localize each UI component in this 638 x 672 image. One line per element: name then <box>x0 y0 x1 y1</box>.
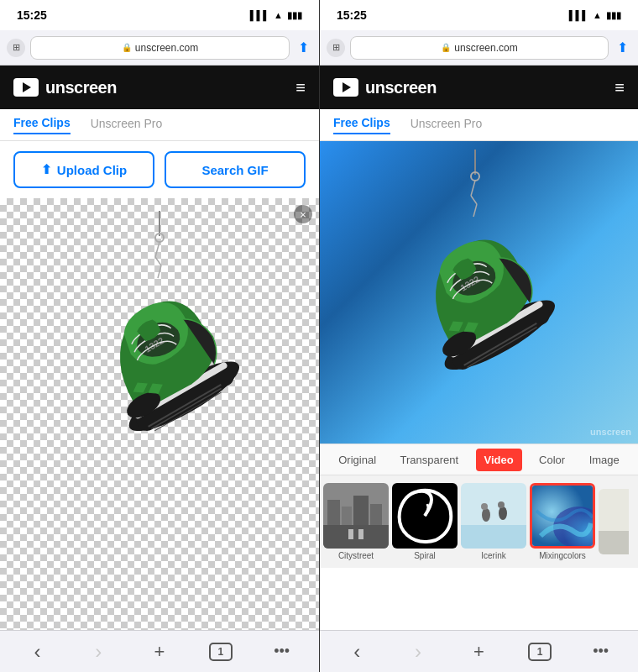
tab-unscreen-pro-left[interactable]: Unscreen Pro <box>91 117 163 134</box>
back-icon-left: ‹ <box>34 640 40 664</box>
svg-rect-31 <box>348 529 353 539</box>
logo-area-right: unscreen <box>333 78 437 97</box>
action-row-left: ⬆ Upload Clip Search GIF <box>0 141 319 198</box>
lock-icon-left: 🔒 <box>122 43 132 52</box>
back-btn-right[interactable]: ‹ <box>342 637 372 667</box>
battery-icon: ▮▮▮ <box>287 10 302 21</box>
output-tab-transparent[interactable]: Transparent <box>393 450 465 470</box>
output-tab-video[interactable]: Video <box>476 449 522 471</box>
search-gif-label: Search GIF <box>201 163 268 177</box>
thumb-partial-img <box>599 489 629 554</box>
output-tab-image[interactable]: Image <box>583 450 626 470</box>
url-bar-left[interactable]: 🔒 unscreen.com <box>30 36 290 60</box>
tab-free-clips-right[interactable]: Free Clips <box>333 116 390 134</box>
thumbnail-strip: Citystreet Spiral <box>320 475 638 568</box>
thumb-icerink-label: Icerink <box>481 551 505 560</box>
thumb-mixingcolors[interactable]: Mixingcolors <box>530 483 595 560</box>
back-btn-left[interactable]: ‹ <box>22 637 52 667</box>
output-tab-original[interactable]: Original <box>332 450 383 470</box>
app-header-right: unscreen ≡ <box>320 66 638 109</box>
tabs-icon-right[interactable]: ⊞ <box>327 39 345 57</box>
forward-icon-left: › <box>95 640 102 664</box>
tab-unscreen-pro-right[interactable]: Unscreen Pro <box>411 117 483 134</box>
share-btn-right[interactable]: ⬆ <box>614 39 631 55</box>
close-button[interactable]: × <box>294 205 312 223</box>
nav-tabs-left: Free Clips Unscreen Pro <box>0 109 319 141</box>
svg-point-39 <box>498 501 505 508</box>
tabs-icon-left[interactable]: ⊞ <box>7 39 25 57</box>
wifi-icon: ▲ <box>274 10 283 20</box>
back-icon-right: ‹ <box>353 640 360 664</box>
add-tab-btn-left[interactable]: + <box>144 637 175 667</box>
thumb-partial[interactable] <box>599 489 629 554</box>
thumb-spiral[interactable]: Spiral <box>392 483 458 560</box>
tab-free-clips-left[interactable]: Free Clips <box>13 116 71 134</box>
add-icon-right: + <box>473 641 484 663</box>
play-icon-right <box>343 82 351 92</box>
shoe-image-right: 1322 <box>366 150 593 418</box>
logo-icon-right <box>333 78 358 97</box>
svg-line-17 <box>473 204 477 217</box>
tabs-count-btn-left[interactable]: 1 <box>206 637 236 667</box>
share-btn-left[interactable]: ⬆ <box>295 39 312 55</box>
svg-rect-35 <box>461 525 526 549</box>
browser-arrows-right: ⊞ <box>327 39 345 57</box>
signal-icon-right: ▌▌▌ <box>569 10 588 20</box>
logo-icon-left <box>13 78 39 97</box>
url-text-right: unscreen.com <box>454 42 517 54</box>
browser-bar-left: ⊞ 🔒 unscreen.com ⬆ <box>0 30 319 66</box>
app-header-left: unscreen ≡ <box>0 66 319 109</box>
hamburger-menu-right[interactable]: ≡ <box>614 78 625 97</box>
status-time-right: 15:25 <box>337 8 367 22</box>
upload-label: Upload Clip <box>57 163 127 177</box>
url-text-left: unscreen.com <box>135 42 198 54</box>
thumb-icerink[interactable]: Icerink <box>461 483 526 560</box>
search-gif-button[interactable]: Search GIF <box>165 151 306 188</box>
thumb-spiral-label: Spiral <box>414 551 436 560</box>
thumb-spiral-img <box>392 483 458 549</box>
svg-rect-27 <box>327 500 340 525</box>
left-phone-panel: 15:25 ▌▌▌ ▲ ▮▮▮ ⊞ 🔒 unscreen.com ⬆ unscr… <box>0 0 319 672</box>
svg-rect-26 <box>323 525 389 549</box>
forward-btn-right[interactable]: › <box>403 637 433 667</box>
upload-icon: ⬆ <box>41 162 52 177</box>
thumb-mixingcolors-img <box>530 483 595 549</box>
tab-count-left: 1 <box>209 643 233 661</box>
thumb-icerink-img <box>461 483 526 549</box>
url-bar-right[interactable]: 🔒 unscreen.com <box>350 36 609 60</box>
add-tab-btn-right[interactable]: + <box>463 637 494 667</box>
add-icon-left: + <box>154 641 165 663</box>
output-tabs: Original Transparent Video Color Image <box>320 444 638 475</box>
forward-btn-left[interactable]: › <box>83 637 113 667</box>
status-icons-left: ▌▌▌ ▲ ▮▮▮ <box>250 10 302 21</box>
wifi-icon-right: ▲ <box>593 10 602 20</box>
content-area-left: × <box>0 198 319 630</box>
svg-point-38 <box>499 507 507 520</box>
svg-line-2 <box>155 242 160 257</box>
status-icons-right: ▌▌▌ ▲ ▮▮▮ <box>569 10 621 21</box>
more-btn-right[interactable]: ••• <box>586 637 616 667</box>
thumb-citystreet[interactable]: Citystreet <box>323 483 389 560</box>
browser-arrows-left: ⊞ <box>7 39 25 57</box>
more-btn-left[interactable]: ••• <box>267 637 297 667</box>
svg-rect-30 <box>370 504 382 525</box>
logo-text-right: unscreen <box>365 78 437 97</box>
thumb-citystreet-label: Citystreet <box>338 551 374 560</box>
right-phone-panel: 15:25 ▌▌▌ ▲ ▮▮▮ ⊞ 🔒 unscreen.com ⬆ unscr… <box>319 0 638 672</box>
play-icon-left <box>23 82 31 92</box>
nav-tabs-right: Free Clips Unscreen Pro <box>320 109 638 141</box>
thumb-citystreet-img <box>323 483 389 549</box>
hamburger-menu-left[interactable]: ≡ <box>295 78 306 97</box>
logo-text-left: unscreen <box>45 78 117 97</box>
svg-line-4 <box>158 265 161 278</box>
svg-line-16 <box>471 196 477 204</box>
svg-point-36 <box>482 508 490 522</box>
tabs-count-btn-right[interactable]: 1 <box>525 637 555 667</box>
chain-group <box>155 211 164 278</box>
output-tab-color[interactable]: Color <box>532 450 572 470</box>
upload-clip-button[interactable]: ⬆ Upload Clip <box>13 151 154 188</box>
browser-nav-left: ‹ › + 1 ••• <box>0 630 319 672</box>
tab-count-right: 1 <box>528 643 552 661</box>
thumb-mixingcolors-label: Mixingcolors <box>539 551 586 560</box>
browser-bar-right: ⊞ 🔒 unscreen.com ⬆ <box>320 30 638 66</box>
